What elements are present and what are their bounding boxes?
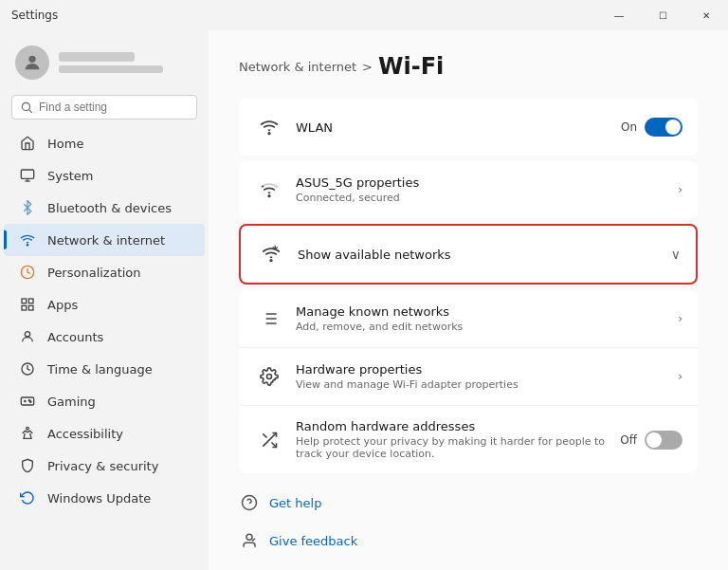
avatar — [15, 46, 49, 80]
svg-point-17 — [268, 133, 270, 135]
svg-rect-10 — [28, 305, 33, 310]
give-feedback-link[interactable]: Give feedback — [239, 526, 698, 555]
sidebar-item-personalization[interactable]: Personalization — [4, 256, 205, 288]
get-help-link[interactable]: Get help — [239, 488, 698, 517]
random-hardware-text: Random hardware addresses Help protect y… — [296, 419, 620, 460]
personalization-icon — [19, 264, 36, 281]
sidebar-item-bluetooth[interactable]: Bluetooth & devices — [4, 192, 205, 224]
random-hardware-action: Off — [620, 431, 682, 450]
sidebar-item-apps[interactable]: Apps — [4, 288, 205, 321]
networks-icon — [256, 239, 286, 269]
sidebar-item-personalization-label: Personalization — [47, 266, 141, 280]
main-content: Network & internet > Wi-Fi WLAN On — [209, 30, 728, 570]
asus-title: ASUS_5G properties — [296, 175, 678, 190]
system-icon — [19, 167, 36, 184]
svg-point-32 — [246, 534, 252, 540]
show-networks-title: Show available networks — [298, 248, 671, 262]
sidebar-item-bluetooth-label: Bluetooth & devices — [47, 201, 172, 215]
random-hardware-title: Random hardware addresses — [296, 419, 620, 433]
wlan-action: On — [621, 118, 682, 137]
user-info — [59, 52, 163, 73]
search-icon — [20, 101, 33, 114]
svg-rect-13 — [21, 397, 33, 405]
get-help-label: Get help — [269, 496, 321, 510]
accessibility-icon — [19, 425, 36, 442]
hardware-text: Hardware properties View and manage Wi-F… — [296, 362, 678, 391]
wlan-toggle[interactable] — [645, 118, 682, 137]
sidebar-item-privacy-label: Privacy & security — [47, 459, 158, 473]
user-profile — [0, 38, 209, 95]
svg-line-29 — [263, 433, 266, 437]
accounts-icon — [19, 328, 36, 345]
search-box[interactable] — [11, 95, 197, 120]
titlebar: Settings — ☐ ✕ — [0, 0, 728, 30]
hardware-row[interactable]: Hardware properties View and manage Wi-F… — [239, 348, 698, 406]
asus-subtitle: Connected, secured — [296, 192, 678, 204]
give-feedback-label: Give feedback — [269, 534, 357, 548]
sidebar-nav: Home System Bluetooth & devices — [0, 127, 209, 514]
sidebar-item-accessibility[interactable]: Accessibility — [4, 417, 205, 450]
random-hardware-subtitle: Help protect your privacy by making it h… — [296, 435, 620, 460]
sidebar-item-time[interactable]: Time & language — [4, 353, 205, 385]
sidebar-item-apps-label: Apps — [47, 298, 78, 312]
svg-point-15 — [30, 401, 31, 402]
home-icon — [19, 135, 36, 152]
get-help-icon — [239, 492, 260, 513]
svg-point-0 — [28, 56, 35, 63]
sidebar-item-gaming-label: Gaming — [47, 395, 96, 409]
random-hardware-toggle[interactable] — [645, 431, 682, 450]
wlan-toggle-label: On — [621, 120, 637, 134]
asus-chevron-icon: › — [678, 183, 682, 196]
svg-line-2 — [29, 110, 32, 113]
manage-networks-action: › — [678, 312, 682, 325]
random-hardware-row[interactable]: Random hardware addresses Help protect y… — [239, 406, 698, 473]
give-feedback-icon — [239, 530, 260, 551]
sidebar-item-system[interactable]: System — [4, 159, 205, 192]
asus-text: ASUS_5G properties Connected, secured — [296, 175, 678, 204]
hardware-icon — [254, 361, 284, 392]
apps-icon — [19, 296, 36, 313]
wlan-row[interactable]: WLAN On — [239, 99, 698, 156]
maximize-button[interactable]: ☐ — [641, 0, 684, 30]
asus-wifi-icon — [254, 175, 284, 205]
sidebar-item-home-label: Home — [47, 137, 83, 151]
manage-networks-text: Manage known networks Add, remove, and e… — [296, 304, 678, 333]
manage-networks-row[interactable]: Manage known networks Add, remove, and e… — [239, 290, 698, 348]
show-networks-row[interactable]: Show available networks ∨ — [241, 226, 696, 283]
breadcrumb: Network & internet > Wi-Fi — [239, 53, 698, 80]
random-hardware-icon — [254, 425, 284, 455]
titlebar-controls: — ☐ ✕ — [597, 0, 728, 30]
titlebar-title: Settings — [11, 9, 58, 22]
app-body: Home System Bluetooth & devices — [0, 30, 728, 570]
sidebar-item-privacy[interactable]: Privacy & security — [4, 450, 205, 482]
sidebar-item-system-label: System — [47, 169, 93, 183]
svg-point-16 — [27, 427, 29, 430]
privacy-icon — [19, 457, 36, 474]
svg-point-26 — [267, 375, 272, 379]
wlan-text: WLAN — [296, 120, 621, 135]
search-input[interactable] — [39, 101, 189, 114]
svg-rect-9 — [22, 305, 27, 310]
other-settings-card: Manage known networks Add, remove, and e… — [239, 290, 698, 473]
hardware-title: Hardware properties — [296, 362, 678, 377]
sidebar-item-home[interactable]: Home — [4, 127, 205, 159]
sidebar-item-gaming[interactable]: Gaming — [4, 385, 205, 417]
manage-networks-chevron-icon: › — [678, 312, 682, 325]
svg-rect-7 — [22, 299, 27, 303]
show-networks-card: Show available networks ∨ — [239, 224, 698, 285]
minimize-button[interactable]: — — [597, 0, 641, 30]
show-networks-text: Show available networks — [298, 248, 671, 262]
sidebar-item-windows-update[interactable]: Windows Update — [4, 482, 205, 514]
svg-point-18 — [268, 195, 270, 197]
breadcrumb-parent[interactable]: Network & internet — [239, 60, 356, 74]
svg-rect-3 — [21, 170, 33, 178]
sidebar-item-network[interactable]: Network & internet — [4, 224, 205, 256]
hardware-chevron-icon: › — [678, 370, 682, 383]
svg-point-6 — [27, 245, 27, 246]
manage-networks-icon — [254, 303, 284, 334]
close-button[interactable]: ✕ — [684, 0, 728, 30]
asus-row[interactable]: ASUS_5G properties Connected, secured › — [239, 161, 698, 218]
sidebar-item-accounts[interactable]: Accounts — [4, 321, 205, 353]
sidebar-item-network-label: Network & internet — [47, 233, 165, 248]
breadcrumb-separator: > — [362, 60, 373, 74]
